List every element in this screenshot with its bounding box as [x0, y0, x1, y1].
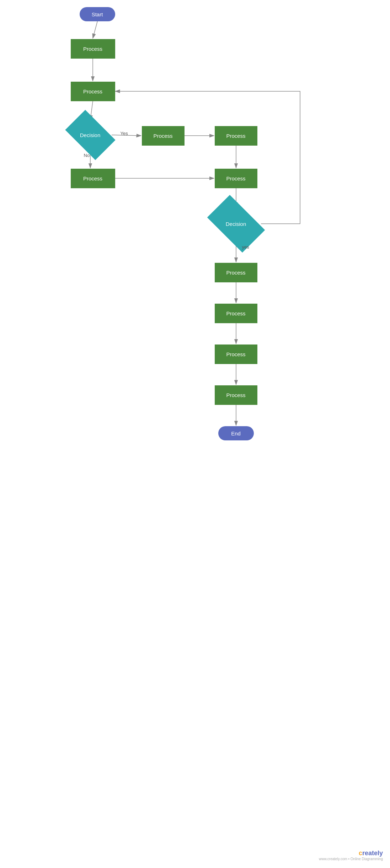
process8-node: Process — [215, 304, 257, 323]
process6-label: Process — [226, 175, 245, 181]
process2-label: Process — [83, 88, 102, 94]
process10-node: Process — [215, 385, 257, 405]
process9-label: Process — [226, 351, 245, 357]
process7-label: Process — [226, 270, 245, 276]
process8-label: Process — [226, 310, 245, 316]
yes2-label: yes — [242, 244, 249, 250]
process3-label: Process — [153, 133, 172, 139]
process6-node: Process — [215, 169, 257, 188]
decision1-label: Decision — [80, 132, 101, 138]
decision1-node: Decision — [69, 121, 112, 149]
watermark-url: www.creately.com • Online Diagramming — [319, 857, 383, 861]
process4-label: Process — [226, 133, 245, 139]
watermark: creately www.creately.com • Online Diagr… — [319, 850, 383, 861]
yes1-label: Yes — [121, 131, 128, 136]
start-node: Start — [80, 7, 115, 21]
process7-node: Process — [215, 263, 257, 282]
process10-label: Process — [226, 392, 245, 398]
no1-label: No — [84, 153, 90, 158]
svg-line-2 — [93, 21, 97, 38]
start-label: Start — [92, 11, 103, 17]
process1-node: Process — [71, 39, 115, 59]
process5-label: Process — [83, 175, 102, 181]
process2-node: Process — [71, 82, 115, 101]
decision2-node: Decision — [211, 208, 261, 240]
watermark-c: c — [359, 850, 362, 857]
process4-node: Process — [215, 126, 257, 146]
decision2-label: Decision — [226, 221, 246, 227]
process3-node: Process — [142, 126, 185, 146]
process1-label: Process — [83, 46, 102, 52]
end-node: End — [218, 426, 254, 440]
watermark-brand: reately — [362, 850, 383, 857]
flowchart-diagram: Start Process Process Decision Process P… — [65, 0, 325, 852]
process9-node: Process — [215, 345, 257, 364]
process5-node: Process — [71, 169, 115, 188]
end-label: End — [231, 430, 241, 436]
